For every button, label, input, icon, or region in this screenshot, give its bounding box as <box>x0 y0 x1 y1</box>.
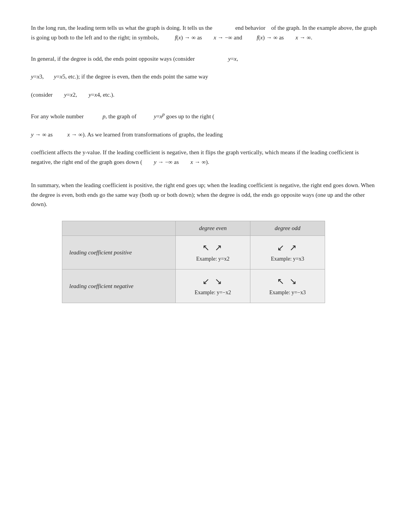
row2-col1-example: Example: y=−x2 <box>183 290 242 296</box>
row2-col2-cell: ↖ ↘ Example: y=−x3 <box>250 269 325 303</box>
para3a-text: y=x3, y=x5, etc.); if the degree is even… <box>31 73 208 80</box>
para5-text: y → ∞ as x → ∞). As we learned from tran… <box>31 131 223 138</box>
paragraph-4: For any whole number p, the graph of y=x… <box>31 111 380 121</box>
table-row-positive: leading coefficient positive ↖ ↗ Example… <box>62 236 325 269</box>
row2-col2-example: Example: y=−x3 <box>258 290 317 296</box>
col2-header: degree odd <box>250 221 325 236</box>
row1-col2-example: Example: y=x3 <box>258 256 317 262</box>
paragraph-3a: y=x3, y=x5, etc.); if the degree is even… <box>31 72 380 82</box>
table-row-negative: leading coefficient negative ↙ ↘ Example… <box>62 269 325 303</box>
paragraph-2: In general, if the degree is odd, the en… <box>31 54 380 64</box>
row1-col2-cell: ↙ ↗ Example: y=x3 <box>250 236 325 269</box>
row1-label: leading coefficient positive <box>62 236 176 269</box>
para1-text: In the long run, the leading term tells … <box>31 25 377 41</box>
page-content: In the long run, the leading term tells … <box>31 23 380 303</box>
para3b-text: (consider y=x2, y=x4, etc.). <box>31 92 115 98</box>
para4-text: For any whole number p, the graph of y=x… <box>31 113 214 119</box>
paragraph-3b: (consider y=x2, y=x4, etc.). <box>31 90 380 100</box>
row1-col1-arrow: ↖ ↗ <box>183 243 242 253</box>
row2-col1-arrow: ↙ ↘ <box>183 276 242 286</box>
table-corner-cell <box>62 221 176 236</box>
para7-text: In summary, when the leading coefficient… <box>31 182 375 208</box>
row1-col1-example: Example: y=x2 <box>183 256 242 262</box>
end-behavior-table: degree even degree odd leading coefficie… <box>62 221 325 303</box>
col1-header: degree even <box>175 221 250 236</box>
paragraph-6: coefficient affects the y-value. If the … <box>31 148 380 167</box>
row2-col2-arrow: ↖ ↘ <box>258 276 317 286</box>
row1-col1-cell: ↖ ↗ Example: y=x2 <box>175 236 250 269</box>
row1-col2-arrow: ↙ ↗ <box>258 243 317 253</box>
paragraph-5: y → ∞ as x → ∞). As we learned from tran… <box>31 130 380 140</box>
paragraph-7: In summary, when the leading coefficient… <box>31 181 380 209</box>
row2-label: leading coefficient negative <box>62 269 176 303</box>
row2-col1-cell: ↙ ↘ Example: y=−x2 <box>175 269 250 303</box>
para2-text: In general, if the degree is odd, the en… <box>31 56 238 62</box>
paragraph-1: In the long run, the leading term tells … <box>31 23 380 43</box>
para6-text: coefficient affects the y-value. If the … <box>31 149 359 165</box>
